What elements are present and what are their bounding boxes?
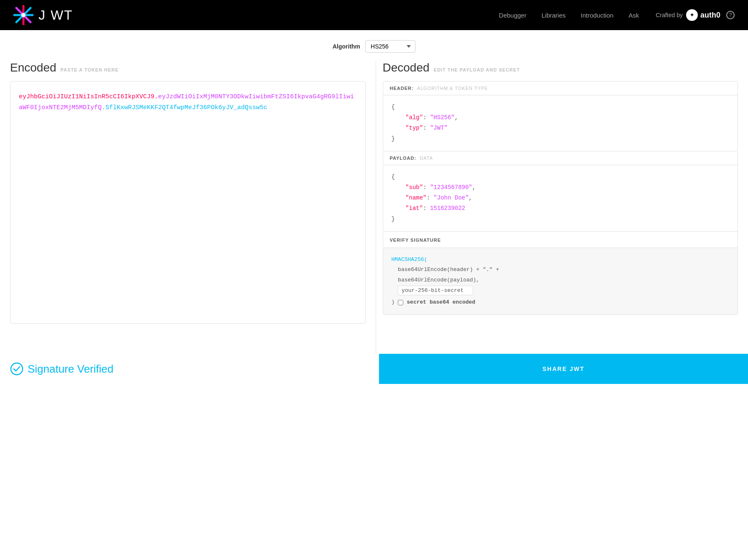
nav-debugger[interactable]: Debugger: [499, 12, 527, 19]
dot-1: .: [154, 93, 158, 100]
decoded-header: Decoded EDIT THE PAYLOAD AND SECRET: [383, 61, 738, 74]
encoded-header: Encoded PASTE A TOKEN HERE: [10, 61, 366, 74]
encoded-title: Encoded: [10, 61, 56, 74]
token-part-1: eyJhbGciOiJIUzI1NiIsInR5cCI6IkpXVCJ9: [19, 93, 154, 100]
payload-panel-title: PAYLOAD:: [390, 156, 417, 161]
verified-text: Signature Verified: [28, 363, 113, 376]
typ-key: "typ": [405, 125, 423, 131]
decoded-subtitle: EDIT THE PAYLOAD AND SECRET: [434, 67, 520, 72]
payload-panel-sub: DATA: [420, 156, 433, 161]
payload-panel: PAYLOAD: DATA { "sub": "1234567890", "na…: [383, 151, 738, 232]
iat-key: "iat": [405, 205, 423, 212]
header-panel-sub: ALGORITHM & TOKEN TYPE: [417, 86, 488, 91]
verify-checkbox-row: ) secret base64 encoded: [392, 297, 730, 308]
verify-line3: base64UrlEncode(payload),: [398, 277, 479, 283]
algorithm-row: Algorithm HS256 HS384 HS512 RS256 RS384 …: [0, 30, 748, 61]
navbar: J WT Debugger Libraries Introduction Ask…: [0, 0, 748, 30]
header-panel: HEADER: ALGORITHM & TOKEN TYPE { "alg": …: [383, 81, 738, 151]
payload-panel-header: PAYLOAD: DATA: [383, 151, 738, 165]
signature-verified: Signature Verified: [0, 362, 379, 376]
header-panel-body[interactable]: { "alg": "HS256", "typ": "JWT" }: [383, 95, 738, 151]
verify-header: VERIFY SIGNATURE: [383, 232, 738, 248]
verify-header-title: VERIFY SIGNATURE: [390, 238, 441, 243]
token-part-3: SflKxwRJSMeKKF2QT4fwpMeJf36POk6yJV_adQss…: [105, 104, 267, 111]
alg-val: "HS256": [430, 114, 455, 121]
sub-val: "1234567890": [430, 184, 472, 191]
auth0-icon: ✦: [686, 9, 698, 21]
svg-point-5: [11, 363, 23, 375]
jwt-logo-icon: [13, 5, 33, 25]
bottom-bar: Signature Verified SHARE JWT: [0, 354, 748, 384]
brand: J WT: [13, 5, 73, 25]
dot-2: .: [102, 104, 105, 111]
base64-checkbox[interactable]: [398, 300, 403, 305]
verify-body: HMACSHA256( base64UrlEncode(header) + ".…: [383, 248, 738, 315]
jwt-text: J WT: [38, 8, 73, 23]
nav-ask[interactable]: Ask: [628, 12, 639, 19]
auth0-logo: ✦ auth0: [686, 9, 720, 21]
encoded-box[interactable]: eyJhbGciOiJIUzI1NiIsInR5cCI6IkpXVCJ9.eyJ…: [10, 81, 366, 324]
name-key: "name": [405, 194, 426, 201]
nav-introduction[interactable]: Introduction: [581, 12, 613, 19]
main-container: Encoded PASTE A TOKEN HERE eyJhbGciOiJIU…: [0, 61, 748, 354]
algorithm-select[interactable]: HS256 HS384 HS512 RS256 RS384 RS512: [365, 40, 415, 53]
name-val: "John Doe": [433, 194, 469, 201]
decoded-title: Decoded: [383, 61, 430, 74]
typ-val: "JWT": [430, 125, 448, 131]
encoded-section: Encoded PASTE A TOKEN HERE eyJhbGciOiJIU…: [10, 61, 376, 354]
crafted-by: Crafted by ✦ auth0 ?: [656, 9, 735, 21]
header-panel-header: HEADER: ALGORITHM & TOKEN TYPE: [383, 82, 738, 95]
iat-val: 1516239022: [430, 205, 465, 212]
verify-close: ): [392, 297, 395, 308]
decoded-section: Decoded EDIT THE PAYLOAD AND SECRET HEAD…: [376, 61, 738, 354]
share-jwt-button[interactable]: SHARE JWT: [379, 354, 748, 384]
hmac-func: HMACSHA256(: [392, 256, 428, 263]
base64-label: secret base64 encoded: [407, 297, 475, 308]
crafted-by-text: Crafted by: [656, 12, 683, 18]
verify-panel: VERIFY SIGNATURE HMACSHA256( base64UrlEn…: [383, 232, 738, 315]
algorithm-label: Algorithm: [333, 43, 360, 50]
alg-key: "alg": [405, 114, 423, 121]
auth0-text: auth0: [700, 11, 720, 20]
verified-icon: [10, 362, 23, 376]
nav-libraries[interactable]: Libraries: [541, 12, 566, 19]
sub-key: "sub": [405, 184, 423, 191]
svg-point-4: [21, 13, 26, 17]
nav-links: Debugger Libraries Introduction Ask: [499, 12, 639, 19]
payload-panel-body[interactable]: { "sub": "1234567890", "name": "John Doe…: [383, 165, 738, 231]
help-icon[interactable]: ?: [726, 11, 735, 19]
encoded-subtitle: PASTE A TOKEN HERE: [61, 67, 119, 72]
header-panel-title: HEADER:: [390, 86, 414, 91]
verify-line2: base64UrlEncode(header) + "." +: [398, 266, 499, 273]
secret-input[interactable]: [398, 286, 473, 295]
